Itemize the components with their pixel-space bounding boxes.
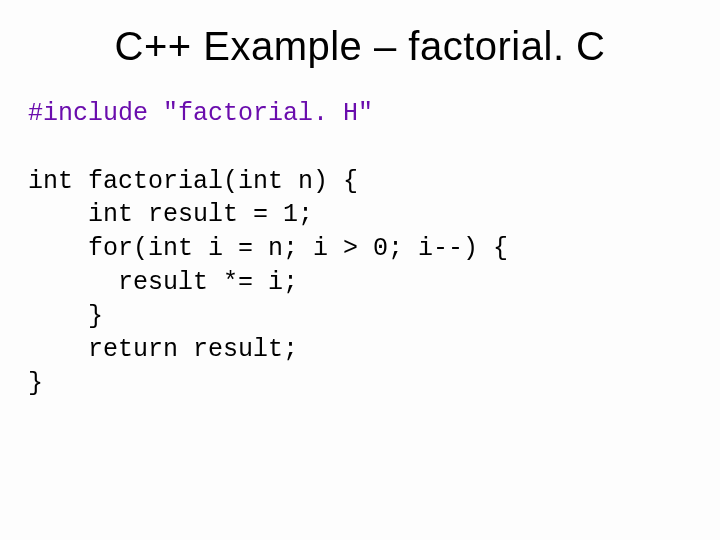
code-line-8: } xyxy=(28,369,43,398)
code-line-6: } xyxy=(28,302,103,331)
slide: C++ Example – factorial. C #include "fac… xyxy=(0,0,720,540)
slide-title: C++ Example – factorial. C xyxy=(0,0,720,97)
code-block: #include "factorial. H" int factorial(in… xyxy=(0,97,720,401)
code-include-path: "factorial. H" xyxy=(148,99,373,128)
code-line-3: int result = 1; xyxy=(28,200,313,229)
code-include-keyword: #include xyxy=(28,99,148,128)
code-line-5: result *= i; xyxy=(28,268,298,297)
code-line-4: for(int i = n; i > 0; i--) { xyxy=(28,234,508,263)
code-line-2: int factorial(int n) { xyxy=(28,167,358,196)
code-line-7: return result; xyxy=(28,335,298,364)
